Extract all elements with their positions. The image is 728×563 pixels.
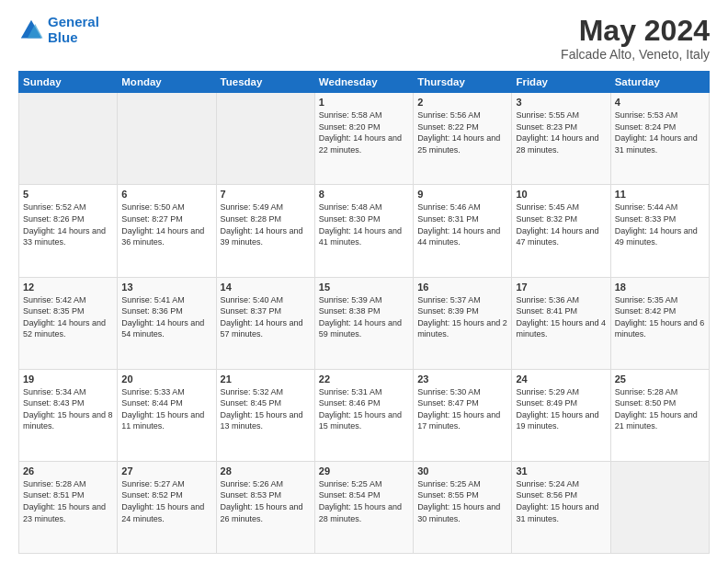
calendar-cell: 4Sunrise: 5:53 AMSunset: 8:24 PMDaylight… [610, 93, 709, 185]
calendar-cell: 17Sunrise: 5:36 AMSunset: 8:41 PMDayligh… [512, 277, 610, 369]
calendar-cell: 29Sunrise: 5:25 AMSunset: 8:54 PMDayligh… [314, 461, 413, 553]
day-info: Sunrise: 5:34 AMSunset: 8:43 PMDaylight:… [23, 386, 113, 432]
day-number: 6 [121, 189, 211, 200]
calendar-week-row: 12Sunrise: 5:42 AMSunset: 8:35 PMDayligh… [19, 277, 710, 369]
day-number: 19 [23, 373, 113, 385]
calendar-cell: 27Sunrise: 5:27 AMSunset: 8:52 PMDayligh… [118, 461, 216, 553]
calendar-cell: 21Sunrise: 5:32 AMSunset: 8:45 PMDayligh… [216, 369, 314, 461]
day-info: Sunrise: 5:44 AMSunset: 8:33 PMDaylight:… [615, 201, 705, 247]
weekday-header: Monday [118, 72, 216, 93]
calendar-cell: 19Sunrise: 5:34 AMSunset: 8:43 PMDayligh… [19, 369, 118, 461]
calendar-cell: 7Sunrise: 5:49 AMSunset: 8:28 PMDaylight… [216, 185, 314, 277]
calendar-week-row: 26Sunrise: 5:28 AMSunset: 8:51 PMDayligh… [19, 461, 710, 553]
calendar-cell: 9Sunrise: 5:46 AMSunset: 8:31 PMDaylight… [414, 185, 512, 277]
day-info: Sunrise: 5:52 AMSunset: 8:26 PMDaylight:… [23, 201, 113, 247]
day-info: Sunrise: 5:45 AMSunset: 8:32 PMDaylight:… [516, 201, 606, 247]
calendar-cell: 13Sunrise: 5:41 AMSunset: 8:36 PMDayligh… [118, 277, 216, 369]
day-number: 28 [221, 465, 311, 477]
day-number: 5 [23, 189, 113, 200]
day-number: 12 [23, 282, 113, 293]
day-number: 18 [615, 282, 705, 293]
day-info: Sunrise: 5:36 AMSunset: 8:41 PMDaylight:… [516, 294, 606, 340]
day-info: Sunrise: 5:50 AMSunset: 8:27 PMDaylight:… [121, 201, 211, 247]
day-info: Sunrise: 5:25 AMSunset: 8:54 PMDaylight:… [319, 478, 409, 524]
calendar-week-row: 1Sunrise: 5:58 AMSunset: 8:20 PMDaylight… [19, 93, 710, 185]
logo-icon [18, 17, 44, 43]
calendar-cell: 30Sunrise: 5:25 AMSunset: 8:55 PMDayligh… [414, 461, 512, 553]
calendar-cell: 8Sunrise: 5:48 AMSunset: 8:30 PMDaylight… [314, 185, 413, 277]
calendar-cell: 5Sunrise: 5:52 AMSunset: 8:26 PMDaylight… [19, 185, 118, 277]
day-number: 26 [23, 465, 113, 477]
weekday-header: Friday [512, 72, 610, 93]
logo: General Blue [18, 15, 99, 45]
day-info: Sunrise: 5:40 AMSunset: 8:37 PMDaylight:… [221, 294, 311, 340]
weekday-header: Thursday [414, 72, 512, 93]
weekday-header: Wednesday [314, 72, 413, 93]
day-info: Sunrise: 5:46 AMSunset: 8:31 PMDaylight:… [417, 201, 507, 247]
day-info: Sunrise: 5:41 AMSunset: 8:36 PMDaylight:… [121, 294, 211, 340]
page: General Blue May 2024 Falcade Alto, Vene… [0, 0, 728, 563]
calendar-cell: 25Sunrise: 5:28 AMSunset: 8:50 PMDayligh… [610, 369, 709, 461]
day-number: 10 [516, 189, 606, 200]
day-number: 15 [319, 282, 409, 293]
calendar-cell: 22Sunrise: 5:31 AMSunset: 8:46 PMDayligh… [314, 369, 413, 461]
day-number: 31 [516, 465, 606, 477]
title-block: May 2024 Falcade Alto, Veneto, Italy [561, 15, 710, 62]
calendar-cell: 14Sunrise: 5:40 AMSunset: 8:37 PMDayligh… [216, 277, 314, 369]
day-number: 16 [417, 282, 507, 293]
day-number: 4 [615, 97, 705, 108]
day-number: 13 [121, 282, 211, 293]
day-info: Sunrise: 5:25 AMSunset: 8:55 PMDaylight:… [417, 478, 507, 524]
day-number: 2 [417, 97, 507, 108]
day-number: 9 [417, 189, 507, 200]
calendar-cell [216, 93, 314, 185]
calendar-cell [610, 461, 709, 553]
day-info: Sunrise: 5:53 AMSunset: 8:24 PMDaylight:… [615, 109, 705, 155]
calendar-cell: 28Sunrise: 5:26 AMSunset: 8:53 PMDayligh… [216, 461, 314, 553]
logo-line2: Blue [48, 29, 78, 45]
day-info: Sunrise: 5:28 AMSunset: 8:51 PMDaylight:… [23, 478, 113, 524]
calendar-cell: 2Sunrise: 5:56 AMSunset: 8:22 PMDaylight… [414, 93, 512, 185]
main-title: May 2024 [561, 15, 710, 47]
day-info: Sunrise: 5:32 AMSunset: 8:45 PMDaylight:… [221, 386, 311, 432]
day-number: 25 [615, 373, 705, 385]
calendar-week-row: 5Sunrise: 5:52 AMSunset: 8:26 PMDaylight… [19, 185, 710, 277]
day-info: Sunrise: 5:48 AMSunset: 8:30 PMDaylight:… [319, 201, 409, 247]
calendar-cell: 26Sunrise: 5:28 AMSunset: 8:51 PMDayligh… [19, 461, 118, 553]
day-info: Sunrise: 5:37 AMSunset: 8:39 PMDaylight:… [417, 294, 507, 340]
calendar-table: SundayMondayTuesdayWednesdayThursdayFrid… [18, 71, 710, 554]
day-info: Sunrise: 5:28 AMSunset: 8:50 PMDaylight:… [615, 386, 705, 432]
calendar-cell: 1Sunrise: 5:58 AMSunset: 8:20 PMDaylight… [314, 93, 413, 185]
day-number: 20 [121, 373, 211, 385]
logo-line1: General [48, 14, 99, 29]
calendar-cell [118, 93, 216, 185]
weekday-header: Tuesday [216, 72, 314, 93]
day-info: Sunrise: 5:39 AMSunset: 8:38 PMDaylight:… [319, 294, 409, 340]
calendar-cell: 15Sunrise: 5:39 AMSunset: 8:38 PMDayligh… [314, 277, 413, 369]
day-info: Sunrise: 5:31 AMSunset: 8:46 PMDaylight:… [319, 386, 409, 432]
day-info: Sunrise: 5:55 AMSunset: 8:23 PMDaylight:… [516, 109, 606, 155]
calendar-week-row: 19Sunrise: 5:34 AMSunset: 8:43 PMDayligh… [19, 369, 710, 461]
day-number: 14 [221, 282, 311, 293]
day-info: Sunrise: 5:26 AMSunset: 8:53 PMDaylight:… [221, 478, 311, 524]
day-info: Sunrise: 5:24 AMSunset: 8:56 PMDaylight:… [516, 478, 606, 524]
weekday-header: Saturday [610, 72, 709, 93]
day-info: Sunrise: 5:27 AMSunset: 8:52 PMDaylight:… [121, 478, 211, 524]
calendar-header: SundayMondayTuesdayWednesdayThursdayFrid… [19, 72, 710, 93]
day-info: Sunrise: 5:56 AMSunset: 8:22 PMDaylight:… [417, 109, 507, 155]
day-number: 11 [615, 189, 705, 200]
calendar-cell: 23Sunrise: 5:30 AMSunset: 8:47 PMDayligh… [414, 369, 512, 461]
day-number: 23 [417, 373, 507, 385]
calendar-cell: 20Sunrise: 5:33 AMSunset: 8:44 PMDayligh… [118, 369, 216, 461]
day-info: Sunrise: 5:30 AMSunset: 8:47 PMDaylight:… [417, 386, 507, 432]
day-number: 17 [516, 282, 606, 293]
day-info: Sunrise: 5:58 AMSunset: 8:20 PMDaylight:… [319, 109, 409, 155]
calendar-cell: 6Sunrise: 5:50 AMSunset: 8:27 PMDaylight… [118, 185, 216, 277]
calendar-cell: 16Sunrise: 5:37 AMSunset: 8:39 PMDayligh… [414, 277, 512, 369]
calendar-cell: 18Sunrise: 5:35 AMSunset: 8:42 PMDayligh… [610, 277, 709, 369]
calendar-cell: 10Sunrise: 5:45 AMSunset: 8:32 PMDayligh… [512, 185, 610, 277]
calendar-cell: 12Sunrise: 5:42 AMSunset: 8:35 PMDayligh… [19, 277, 118, 369]
weekday-header: Sunday [19, 72, 118, 93]
day-number: 8 [319, 189, 409, 200]
day-info: Sunrise: 5:29 AMSunset: 8:49 PMDaylight:… [516, 386, 606, 432]
